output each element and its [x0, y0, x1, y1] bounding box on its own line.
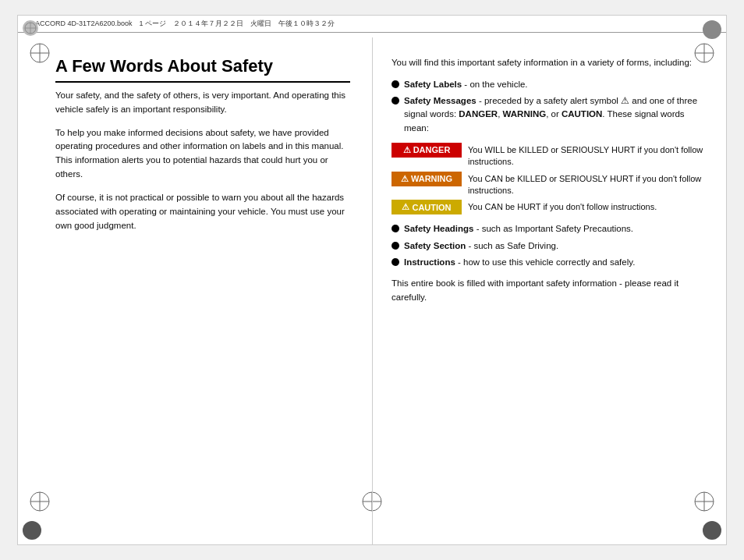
page-title: A Few Words About Safety — [55, 56, 350, 83]
danger-triangle-icon: ⚠ — [403, 145, 411, 155]
bullet-dot — [391, 258, 399, 266]
alert-row-warning: ⚠ WARNING You CAN be KILLED or SERIOUSLY… — [391, 172, 704, 197]
right-column: You will find this important safety info… — [372, 37, 726, 544]
left-para-3: Of course, it is not practical or possib… — [55, 191, 350, 232]
svg-point-18 — [706, 23, 718, 36]
bullet-item-section: Safety Section - such as Safe Driving. — [391, 239, 704, 253]
danger-badge: ⚠ DANGER — [391, 143, 462, 158]
content-area: A Few Words About Safety Your safety, an… — [18, 37, 726, 544]
caution-text: You CAN be HURT if you don't follow inst… — [468, 200, 657, 213]
bullet-dot — [391, 242, 399, 250]
bullet-item-labels: Safety Labels - on the vehicle. — [391, 78, 704, 91]
circle-tl — [23, 20, 38, 36]
bullet-labels-text: Safety Labels - on the vehicle. — [404, 78, 528, 91]
circle-tr — [703, 20, 721, 39]
alert-table: ⚠ DANGER You WILL be KILLED or SERIOUSLY… — [391, 143, 704, 215]
warning-badge: ⚠ WARNING — [391, 172, 462, 186]
warning-text: You CAN be KILLED or SERIOUSLY HURT if y… — [468, 172, 704, 197]
bullet-item-messages: Safety Messages - preceded by a safety a… — [391, 94, 704, 135]
bullet-dot — [391, 80, 399, 88]
header-text: 15 ACCORD 4D-31T2A6200.book 1 ページ ２０１４年７… — [26, 19, 335, 29]
danger-text: You WILL be KILLED or SERIOUSLY HURT if … — [468, 143, 704, 168]
left-para-1: Your safety, and the safety of others, i… — [55, 89, 350, 117]
bullet-instructions-text: Instructions - how to use this vehicle c… — [404, 256, 635, 269]
alert-row-danger: ⚠ DANGER You WILL be KILLED or SERIOUSLY… — [391, 143, 704, 168]
left-column: A Few Words About Safety Your safety, an… — [18, 37, 372, 544]
document-page: 15 ACCORD 4D-31T2A6200.book 1 ページ ２０１４年７… — [17, 15, 727, 545]
bullet-item-headings: Safety Headings - such as Important Safe… — [391, 222, 704, 236]
bullet-dot — [391, 97, 399, 105]
footer-text: This entire book is filled with importan… — [391, 277, 704, 305]
header-bar: 15 ACCORD 4D-31T2A6200.book 1 ページ ２０１４年７… — [18, 16, 726, 33]
bullet-item-instructions: Instructions - how to use this vehicle c… — [391, 256, 704, 269]
right-intro: You will find this important safety info… — [391, 56, 704, 70]
alert-row-caution: ⚠ CAUTION You CAN be HURT if you don't f… — [391, 200, 704, 214]
caution-label: CAUTION — [412, 203, 451, 212]
left-para-2: To help you make informed decisions abou… — [55, 126, 350, 182]
warning-triangle-icon: ⚠ — [401, 174, 409, 184]
bullet-headings-text: Safety Headings - such as Important Safe… — [404, 222, 633, 236]
danger-label: DANGER — [413, 145, 451, 154]
bullet-dot — [391, 225, 399, 232]
warning-label: WARNING — [411, 174, 452, 183]
caution-badge: ⚠ CAUTION — [391, 200, 462, 214]
bullet-list-1: Safety Labels - on the vehicle. Safety M… — [391, 78, 704, 135]
bullet-section-text: Safety Section - such as Safe Driving. — [404, 239, 558, 253]
bullet-messages-text: Safety Messages - preceded by a safety a… — [404, 94, 704, 135]
bullet-list-2: Safety Headings - such as Important Safe… — [391, 222, 704, 269]
caution-triangle-icon: ⚠ — [402, 202, 409, 212]
